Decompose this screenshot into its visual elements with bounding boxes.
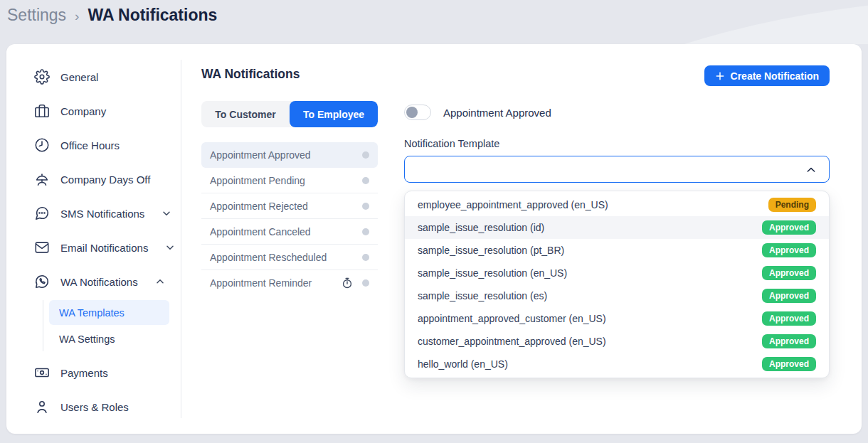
chevron-down-icon (161, 208, 172, 219)
sidebar-item-company-days-off[interactable]: Company Days Off (34, 162, 181, 196)
status-dot (362, 254, 369, 261)
status-dot (362, 279, 369, 287)
gear-icon (34, 69, 50, 85)
create-notification-label: Create Notification (731, 70, 819, 82)
breadcrumb-separator: › (75, 7, 79, 24)
sidebar-item-label: Payments (60, 367, 108, 379)
template-option[interactable]: customer_appointment_approved (en_US) Ap… (405, 330, 829, 353)
briefcase-icon (34, 103, 50, 119)
person-icon (34, 399, 50, 415)
status-badge: Approved (762, 334, 816, 348)
template-option-name: sample_issue_resolution (en_US) (418, 267, 567, 279)
sidebar-item-label: Email Notifications (60, 242, 148, 254)
template-option[interactable]: sample_issue_resolution (id) Approved (405, 216, 829, 239)
type-row-appointment-rejected[interactable]: Appointment Rejected (201, 193, 378, 219)
template-option[interactable]: hello_world (en_US) Approved (405, 353, 829, 375)
chat-bubble-icon (34, 206, 50, 221)
sidebar-item-label: Company Days Off (60, 174, 150, 186)
clock-icon (34, 137, 50, 153)
status-dot (362, 228, 369, 235)
sidebar-item-label: Company (60, 105, 106, 117)
sidebar-item-company[interactable]: Company (34, 94, 181, 128)
template-option[interactable]: employee_appointment_approved (en_US) Pe… (405, 193, 829, 216)
template-dropdown: employee_appointment_approved (en_US) Pe… (404, 191, 830, 378)
status-badge: Approved (762, 311, 816, 326)
notification-template-label: Notification Template (404, 138, 830, 149)
timer-icon (341, 277, 354, 289)
create-notification-button[interactable]: Create Notification (704, 65, 830, 86)
wa-notifications-subgroup: WA Templates WA Settings (43, 300, 181, 351)
sidebar-item-label: WA Notifications (60, 276, 138, 288)
type-row-appointment-rescheduled[interactable]: Appointment Rescheduled (201, 245, 378, 270)
template-option[interactable]: sample_issue_resolution (pt_BR) Approved (405, 239, 829, 262)
status-dot (362, 177, 369, 184)
template-option-name: employee_appointment_approved (en_US) (418, 199, 608, 210)
tab-label: To Customer (215, 109, 275, 120)
sidebar-item-wa-notifications[interactable]: WA Notifications (34, 265, 181, 299)
toggle-knob (406, 107, 418, 118)
chevron-up-icon (805, 164, 817, 176)
sidebar-item-label: Users & Roles (60, 401, 129, 413)
type-row-appointment-reminder[interactable]: Appointment Reminder (201, 270, 378, 296)
template-option-name: sample_issue_resolution (id) (418, 222, 544, 233)
sidebar-item-office-hours[interactable]: Office Hours (34, 128, 181, 162)
type-row-appointment-approved[interactable]: Appointment Approved (201, 142, 378, 168)
chevron-down-icon (164, 242, 176, 253)
breadcrumb: Settings › WA Notifications (7, 6, 217, 25)
status-badge: Approved (762, 243, 816, 257)
sidebar-item-payments[interactable]: Payments (34, 356, 181, 390)
page-title: WA Notifications (201, 65, 300, 82)
type-label: Appointment Rejected (210, 201, 308, 212)
template-option[interactable]: sample_issue_resolution (en_US) Approved (405, 262, 829, 284)
template-option-name: customer_appointment_approved (en_US) (418, 336, 606, 347)
decorative-blob (416, 0, 868, 44)
envelope-icon (34, 240, 50, 255)
tab-to-customer[interactable]: To Customer (201, 101, 290, 127)
type-label: Appointment Rescheduled (210, 252, 327, 263)
sidebar-subitem-label: WA Templates (59, 307, 125, 319)
sidebar-item-label: General (60, 71, 98, 83)
type-label: Appointment Approved (210, 149, 311, 161)
sidebar-item-general[interactable]: General (34, 60, 181, 94)
notification-type-list: Appointment Approved Appointment Pending… (201, 142, 378, 296)
status-badge: Approved (762, 266, 816, 280)
notification-type-panel: To Customer To Employee Appointment Appr… (201, 101, 378, 378)
breadcrumb-settings[interactable]: Settings (7, 6, 66, 25)
top-header: Settings › WA Notifications (0, 0, 868, 44)
type-label: Appointment Reminder (210, 277, 312, 289)
beach-umbrella-icon (34, 171, 50, 187)
sidebar-subitem-wa-settings[interactable]: WA Settings (49, 326, 169, 351)
settings-card: General Company Office Hours Company Day… (6, 44, 862, 434)
whatsapp-icon (34, 274, 50, 289)
status-dot (362, 151, 369, 159)
template-option-name: appointment_approved_customer (en_US) (418, 313, 606, 324)
recipient-tabs: To Customer To Employee (201, 101, 378, 127)
sidebar-subitem-wa-templates[interactable]: WA Templates (49, 300, 169, 325)
settings-sidebar: General Company Office Hours Company Day… (6, 44, 181, 434)
toggle-label: Appointment Approved (443, 107, 551, 119)
chevron-up-icon (154, 276, 166, 287)
status-badge: Pending (768, 198, 816, 212)
type-row-appointment-canceled[interactable]: Appointment Canceled (201, 219, 378, 245)
tab-label: To Employee (303, 109, 364, 120)
sidebar-item-label: Office Hours (60, 139, 120, 151)
sidebar-subitem-label: WA Settings (59, 333, 115, 345)
notification-detail-panel: Appointment Approved Notification Templa… (404, 101, 830, 378)
tab-to-employee[interactable]: To Employee (290, 101, 378, 127)
notification-enabled-toggle[interactable] (404, 105, 431, 120)
breadcrumb-current-page: WA Notifications (88, 6, 217, 25)
plus-icon (715, 71, 725, 81)
status-badge: Approved (762, 220, 816, 235)
type-row-appointment-pending[interactable]: Appointment Pending (201, 168, 378, 193)
template-option[interactable]: sample_issue_resolution (es) Approved (405, 284, 829, 307)
banknote-icon (34, 365, 50, 380)
sidebar-item-email-notifications[interactable]: Email Notifications (34, 230, 181, 265)
template-option[interactable]: appointment_approved_customer (en_US) Ap… (405, 307, 829, 330)
template-option-name: hello_world (en_US) (418, 358, 508, 370)
status-dot (362, 203, 369, 210)
sidebar-item-label: SMS Notifications (60, 208, 144, 220)
notification-template-select[interactable] (404, 156, 830, 183)
sidebar-item-users-roles[interactable]: Users & Roles (34, 390, 181, 424)
sidebar-item-sms-notifications[interactable]: SMS Notifications (34, 196, 181, 230)
status-badge: Approved (762, 357, 816, 371)
